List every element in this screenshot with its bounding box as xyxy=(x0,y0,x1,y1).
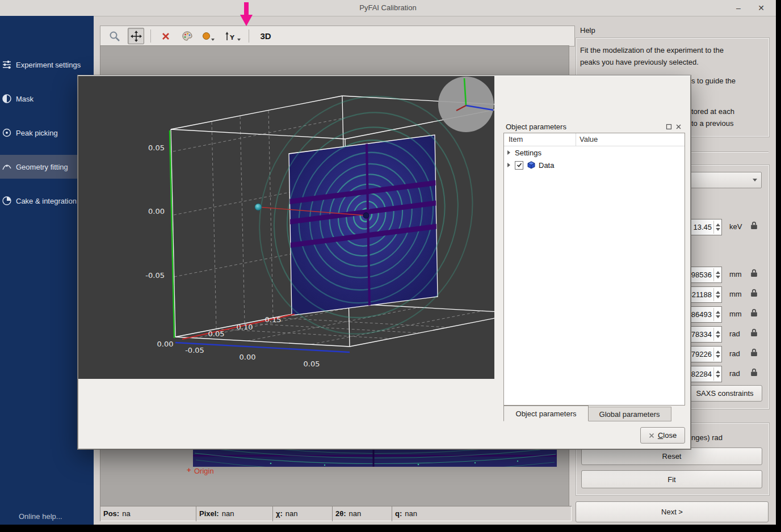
data-visible-checkbox[interactable] xyxy=(515,161,523,170)
tab-global-parameters[interactable]: Global parameters xyxy=(587,407,671,421)
online-help-link[interactable]: Online help... xyxy=(19,512,62,521)
pie-icon xyxy=(2,196,12,206)
column-item[interactable]: Item xyxy=(509,135,523,143)
window-title: PyFAI Calibration xyxy=(0,0,776,16)
spin-arrows[interactable] xyxy=(713,221,721,234)
target-icon xyxy=(2,128,12,138)
curve-icon xyxy=(2,162,12,172)
unit-label: keV xyxy=(729,222,742,231)
fit-button[interactable]: Fit xyxy=(581,470,762,488)
unit-label: mm xyxy=(729,270,742,278)
clear-button[interactable] xyxy=(157,28,174,44)
sliders-icon xyxy=(2,60,12,70)
status-value: nan xyxy=(405,509,417,518)
spin-arrows[interactable] xyxy=(713,268,721,281)
field-value: 186493 xyxy=(687,310,713,319)
dialog-close-label: Close xyxy=(658,431,677,440)
magnifier-icon xyxy=(109,31,120,42)
sidebar-item-experiment-settings[interactable]: Experiment settings xyxy=(0,53,95,77)
chevron-down-icon xyxy=(237,39,241,41)
view-3d-button[interactable]: 3D xyxy=(255,28,276,44)
unit-label: rad xyxy=(729,330,740,338)
column-divider[interactable] xyxy=(576,133,576,146)
orientation-gizmo[interactable] xyxy=(438,77,494,132)
next-button[interactable]: Next > xyxy=(576,501,769,522)
expander-icon[interactable] xyxy=(507,163,510,167)
reset-button[interactable]: Reset xyxy=(581,447,762,465)
x-tick: 0.15 xyxy=(265,315,282,324)
y-tick: 0.00 xyxy=(240,353,256,361)
saxs-constraints-button[interactable]: SAXS constraints xyxy=(687,385,762,402)
status-label: Pos: xyxy=(103,509,119,518)
unit-label: mm xyxy=(729,310,742,318)
z-tick: 0.00 xyxy=(148,207,165,216)
field-value: 821188 xyxy=(688,290,713,299)
orange-marker-icon xyxy=(203,32,210,40)
origin-marker: + xyxy=(187,466,191,474)
ranges-label-clipped: nges) rad xyxy=(691,433,723,442)
sample-stage-dialog: Display sample stage xyxy=(78,75,691,449)
sidebar-item-label: Cake & integration xyxy=(16,197,77,205)
sample-stage-3d-view[interactable]: 0.05 0.00 -0.05 0.00 0.05 0.10 0.15 -0.0… xyxy=(78,76,494,379)
status-q: q:nan xyxy=(392,506,572,521)
status-pos: Pos:na xyxy=(100,506,199,521)
toolbar-separator xyxy=(150,29,151,43)
status-label: Pixel: xyxy=(199,509,219,518)
status-chi: χ:nan xyxy=(272,506,335,521)
status-value: nan xyxy=(349,509,362,518)
status-label: χ: xyxy=(276,509,283,518)
field-value: 678334 xyxy=(687,330,713,339)
dialog-close-button[interactable]: Close xyxy=(640,427,685,444)
close-panel-icon[interactable] xyxy=(675,124,682,130)
tree-row-settings[interactable]: Settings xyxy=(504,146,685,159)
lock-icon[interactable] xyxy=(750,368,758,377)
close-window-button[interactable]: ✕ xyxy=(753,0,770,16)
diffraction-image-partial xyxy=(100,447,568,505)
chevron-down-icon xyxy=(211,39,215,41)
mask-icon xyxy=(2,94,12,104)
field-value: 13.45 xyxy=(693,223,713,231)
unit-label: mm xyxy=(729,290,742,298)
sample-sphere xyxy=(255,204,262,210)
spin-arrows[interactable] xyxy=(713,348,721,361)
red-cross-icon xyxy=(161,32,170,41)
lock-icon[interactable] xyxy=(750,348,758,357)
help-text-clipped: tored at each xyxy=(691,107,734,116)
tree-header: Item Value xyxy=(504,133,685,146)
zoom-button[interactable] xyxy=(106,28,123,44)
float-panel-icon[interactable] xyxy=(666,124,672,130)
tree-row-label: Settings xyxy=(515,149,541,157)
marker-tool-button[interactable] xyxy=(200,28,217,44)
beam-center-point xyxy=(363,213,369,218)
column-value[interactable]: Value xyxy=(580,135,598,143)
sidebar-item-label: Geometry fitting xyxy=(16,163,68,171)
toolbar-separator xyxy=(249,29,249,43)
spin-arrows[interactable] xyxy=(713,308,721,321)
help-text-clipped: s to guide the xyxy=(691,77,736,85)
lock-icon[interactable] xyxy=(750,309,758,317)
spin-arrows[interactable] xyxy=(713,368,721,381)
unit-label: rad xyxy=(729,349,740,358)
spin-arrows[interactable] xyxy=(713,288,721,301)
colormap-button[interactable] xyxy=(179,28,195,44)
status-2theta: 2θ:nan xyxy=(332,506,395,521)
object-panel-title: Object parameters xyxy=(503,123,566,131)
cube-icon xyxy=(527,161,535,169)
lock-icon[interactable] xyxy=(750,269,758,277)
minimize-button[interactable]: – xyxy=(731,0,746,16)
application-window: PyFAI Calibration – ✕ Experiment setting… xyxy=(0,0,776,525)
y-axis-orientation-button[interactable]: Y xyxy=(222,28,242,44)
field-value: 482284 xyxy=(687,370,713,378)
lock-icon[interactable] xyxy=(750,289,758,297)
spin-arrows[interactable] xyxy=(713,328,721,341)
status-label: q: xyxy=(395,509,402,518)
pan-button[interactable] xyxy=(128,28,144,44)
lock-icon[interactable] xyxy=(750,328,758,337)
tree-row-data[interactable]: Data xyxy=(504,159,685,171)
tab-object-parameters[interactable]: Object parameters xyxy=(503,406,589,421)
x-tick: 0.00 xyxy=(157,340,174,348)
x-tick: 0.10 xyxy=(237,323,253,331)
check-icon xyxy=(517,162,522,168)
expander-icon[interactable] xyxy=(507,150,510,155)
lock-icon[interactable] xyxy=(750,221,758,230)
